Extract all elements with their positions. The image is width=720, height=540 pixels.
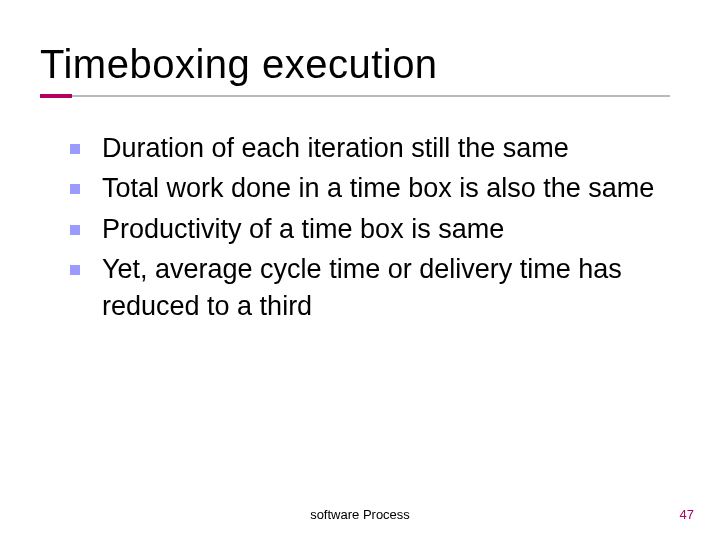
slide: Timeboxing execution Duration of each it… xyxy=(0,0,720,540)
list-item: Yet, average cycle time or delivery time… xyxy=(70,251,670,324)
square-bullet-icon xyxy=(70,225,80,235)
footer-center-text: software Process xyxy=(0,507,720,522)
bullet-text: Duration of each iteration still the sam… xyxy=(102,130,569,166)
bullet-list: Duration of each iteration still the sam… xyxy=(70,130,670,328)
underline-accent xyxy=(40,94,72,98)
square-bullet-icon xyxy=(70,144,80,154)
square-bullet-icon xyxy=(70,265,80,275)
bullet-text: Yet, average cycle time or delivery time… xyxy=(102,251,670,324)
bullet-text: Productivity of a time box is same xyxy=(102,211,504,247)
list-item: Total work done in a time box is also th… xyxy=(70,170,670,206)
title-block: Timeboxing execution xyxy=(40,42,680,99)
page-number: 47 xyxy=(680,507,694,522)
underline-grey xyxy=(40,95,670,97)
square-bullet-icon xyxy=(70,184,80,194)
slide-title: Timeboxing execution xyxy=(40,42,680,87)
title-underline xyxy=(40,95,670,99)
bullet-text: Total work done in a time box is also th… xyxy=(102,170,654,206)
list-item: Duration of each iteration still the sam… xyxy=(70,130,670,166)
list-item: Productivity of a time box is same xyxy=(70,211,670,247)
